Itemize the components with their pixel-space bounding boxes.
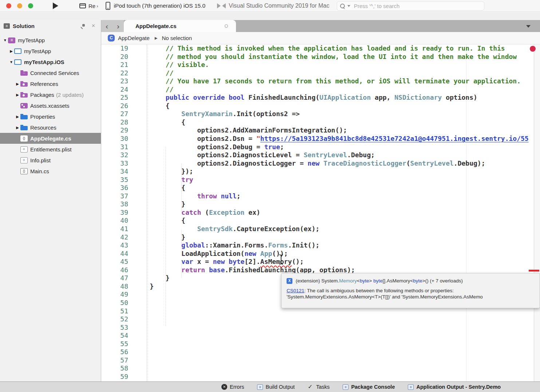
sidebar-item-info-plist[interactable]: Info.plist <box>0 155 101 166</box>
code-line[interactable]: 38 } <box>101 200 540 209</box>
code-text[interactable]: } <box>134 274 170 282</box>
code-text[interactable]: options2.Dsn = "https://5a193123a9b841bc… <box>134 135 529 142</box>
code-line[interactable]: 52 <box>101 315 540 324</box>
code-line[interactable]: 59 <box>101 373 540 381</box>
expander-collapsed-icon[interactable]: ▶ <box>15 126 20 130</box>
code-text[interactable]: options2.DiagnosticLevel = SentryLevel.D… <box>134 151 375 159</box>
line-number[interactable]: 56 <box>101 348 128 356</box>
code-text[interactable]: { <box>134 184 185 191</box>
sidebar-item-resources[interactable]: ▶Resources <box>0 122 101 133</box>
line-number[interactable]: 27 <box>101 110 128 118</box>
code-line[interactable]: 57 <box>101 356 540 365</box>
code-text[interactable]: return base.FinishedLaunching(app, optio… <box>134 266 355 274</box>
code-line[interactable]: 33 options2.DiagnosticLogger = new Trace… <box>101 159 540 168</box>
code-line[interactable]: 30 options2.Dsn = "https://5a193123a9b84… <box>101 135 540 143</box>
code-line[interactable]: 24 // <box>101 86 540 94</box>
sidebar-item-connected-services[interactable]: Connected Services <box>0 67 101 78</box>
code-line[interactable]: 28 { <box>101 118 540 127</box>
code-text[interactable]: options2.Debug = true; <box>134 143 284 151</box>
code-text[interactable]: try <box>134 176 193 183</box>
line-number[interactable]: 39 <box>101 209 128 217</box>
code-line[interactable]: 53 <box>101 324 540 332</box>
code-line[interactable]: 29 options2.AddXamarinFormsIntegration()… <box>101 126 540 135</box>
line-number[interactable]: 55 <box>101 340 128 348</box>
tab-modified-icon[interactable] <box>225 24 228 28</box>
code-text[interactable]: { <box>134 118 185 126</box>
expander-collapsed-icon[interactable]: ▶ <box>15 115 20 119</box>
line-number[interactable]: 38 <box>101 200 128 209</box>
line-number[interactable]: 42 <box>101 233 128 242</box>
code-text[interactable]: catch (Exception ex) <box>134 209 260 216</box>
line-number[interactable]: 48 <box>101 282 128 291</box>
code-text[interactable]: // <box>134 69 173 77</box>
code-line[interactable]: 35 try <box>101 176 540 184</box>
code-text[interactable]: }); <box>134 167 193 175</box>
code-line[interactable]: 43 global::Xamarin.Forms.Forms.Init(); <box>101 241 540 250</box>
code-line[interactable]: 42 } <box>101 233 540 242</box>
expander-collapsed-icon[interactable]: ▶ <box>8 49 14 53</box>
sidebar-item-properties[interactable]: ▶Properties <box>0 111 101 122</box>
tab-appdelegate[interactable]: AppDelegate.cs <box>124 20 236 32</box>
breadcrumb-scope[interactable]: AppDelegate <box>118 35 150 41</box>
line-number[interactable]: 37 <box>101 192 128 201</box>
code-line[interactable]: 21 // visible. <box>101 61 540 69</box>
code-line[interactable]: 45 var x = new byte[2].AsMemory(); <box>101 258 540 266</box>
code-text[interactable]: // <box>134 86 173 93</box>
code-line[interactable]: 32 options2.DiagnosticLevel = SentryLeve… <box>101 151 540 159</box>
code-text[interactable]: public override bool FinishedLaunching(U… <box>134 94 477 101</box>
line-number[interactable]: 33 <box>101 159 128 168</box>
breadcrumb-selection[interactable]: No selection <box>162 35 192 41</box>
line-number[interactable]: 46 <box>101 266 128 274</box>
dock-pad-tasks[interactable]: Tasks <box>308 384 330 390</box>
code-text[interactable]: throw null; <box>134 192 241 200</box>
line-number[interactable]: 50 <box>101 299 128 307</box>
code-line[interactable]: 27 SentryXamarin.Init(options2 => <box>101 110 540 118</box>
code-line[interactable]: 25 public override bool FinishedLaunchin… <box>101 94 540 102</box>
line-number[interactable]: 59 <box>101 373 128 381</box>
code-text[interactable]: global::Xamarin.Forms.Forms.Init(); <box>134 241 319 249</box>
line-number[interactable]: 29 <box>101 126 128 135</box>
line-number[interactable]: 26 <box>101 102 128 110</box>
line-number[interactable]: 44 <box>101 250 128 258</box>
scrollbar-error-marker[interactable] <box>529 270 539 272</box>
code-line[interactable]: 19 // This method is invoked when the ap… <box>101 44 540 53</box>
line-number[interactable]: 20 <box>101 53 128 61</box>
code-line[interactable]: 55 <box>101 340 540 348</box>
line-number[interactable]: 51 <box>101 307 128 316</box>
code-text[interactable]: // visible. <box>134 61 209 68</box>
sidebar-item-appdelegate-cs[interactable]: AppDelegate.cs <box>0 133 101 144</box>
code-text[interactable]: // You have 17 seconds to return from th… <box>134 77 521 85</box>
code-line[interactable]: 36 { <box>101 184 540 192</box>
code-line[interactable]: 44 LoadApplication(new App()); <box>101 250 540 258</box>
code-line[interactable]: 54 <box>101 332 540 340</box>
expander-collapsed-icon[interactable]: ▶ <box>15 93 20 97</box>
line-number[interactable]: 58 <box>101 364 128 373</box>
scrollbar[interactable] <box>534 44 540 381</box>
sidebar-item-packages[interactable]: ▶Packages (2 updates) <box>0 89 101 100</box>
line-number[interactable]: 47 <box>101 274 128 282</box>
code-line[interactable]: 37 throw null; <box>101 192 540 201</box>
code-text[interactable]: } <box>134 200 185 208</box>
sidebar-item-main-cs[interactable]: Main.cs <box>0 166 101 177</box>
code-text[interactable]: { <box>134 217 185 224</box>
code-text[interactable]: } <box>134 233 185 241</box>
line-number[interactable]: 31 <box>101 143 128 151</box>
code-line[interactable]: 56 <box>101 348 540 356</box>
zoom-button[interactable] <box>28 3 33 8</box>
code-text[interactable]: SentryXamarin.Init(options2 => <box>134 110 300 118</box>
code-text[interactable]: SentrySdk.CaptureException(ex); <box>134 225 319 233</box>
line-number[interactable]: 28 <box>101 118 128 127</box>
line-number[interactable]: 54 <box>101 332 128 340</box>
expander-expanded-icon[interactable]: ▼ <box>2 38 8 42</box>
dock-pad-errors[interactable]: Errors <box>221 384 244 390</box>
line-number[interactable]: 22 <box>101 69 128 78</box>
code-line[interactable]: 39 catch (Exception ex) <box>101 209 540 217</box>
line-number[interactable]: 40 <box>101 217 128 225</box>
line-number[interactable]: 57 <box>101 356 128 365</box>
tab-list-caret-icon[interactable] <box>526 25 531 28</box>
code-line[interactable]: 31 options2.Debug = true; <box>101 143 540 151</box>
line-number[interactable]: 24 <box>101 86 128 94</box>
line-number[interactable]: 35 <box>101 176 128 184</box>
code-text[interactable]: // This method is invoked when the appli… <box>134 44 505 52</box>
dock-pad-build-output[interactable]: Build Output <box>257 384 295 390</box>
